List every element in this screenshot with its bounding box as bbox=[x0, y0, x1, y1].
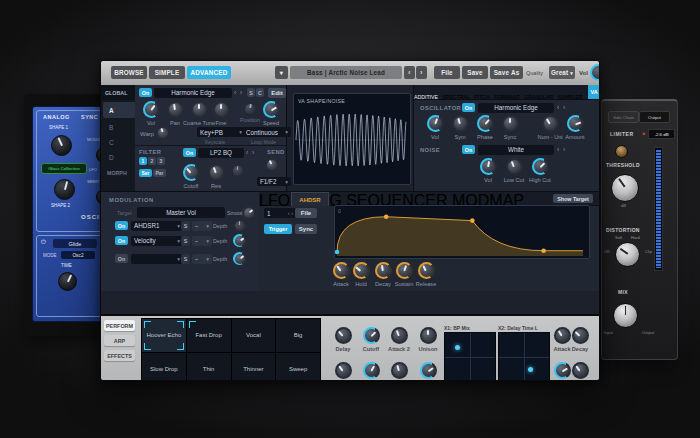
filter-parallel-button[interactable]: Par bbox=[153, 169, 166, 177]
xy2-handle[interactable] bbox=[528, 367, 533, 372]
chevron-right-icon[interactable]: › bbox=[563, 105, 565, 111]
power-icon[interactable]: ⏻ bbox=[41, 239, 46, 246]
mix-knob[interactable] bbox=[613, 303, 638, 328]
mod-row1-scale[interactable]: S bbox=[181, 221, 190, 231]
output-tab[interactable]: Output bbox=[639, 111, 670, 123]
envelope-display[interactable]: 0 bbox=[334, 205, 590, 259]
shape1-knob[interactable] bbox=[51, 135, 72, 156]
filter-type-select[interactable]: LP2 BQ bbox=[198, 148, 244, 158]
filter-slot-2[interactable]: 2 bbox=[148, 157, 156, 165]
mod-row1-depth-knob[interactable] bbox=[233, 219, 246, 232]
chevron-left-icon[interactable]: ‹ bbox=[234, 90, 236, 96]
chevron-right-icon[interactable]: › bbox=[240, 90, 242, 96]
noise-highcut-knob[interactable]: High Cut bbox=[523, 158, 557, 183]
filter-slot-1[interactable]: 1 bbox=[139, 157, 147, 165]
mode-value[interactable]: Osc2 bbox=[61, 251, 95, 259]
tab-ahdsr[interactable]: AHDSR bbox=[291, 192, 329, 206]
copy-button[interactable]: C bbox=[256, 88, 264, 97]
osc-amount-knob[interactable]: Amount bbox=[558, 115, 592, 140]
snapshot-cell[interactable]: Fast Drop bbox=[187, 319, 231, 352]
browse-button[interactable]: BROWSE bbox=[111, 66, 147, 79]
sidechain-tab[interactable]: Side Chain bbox=[608, 111, 639, 123]
macro-noise-knob[interactable]: Noise bbox=[411, 362, 445, 381]
mod-target-select[interactable]: Master Vol bbox=[137, 207, 225, 218]
filter-res-knob[interactable]: Res bbox=[199, 164, 233, 189]
chevron-right-icon[interactable]: › bbox=[252, 150, 254, 156]
mod-row2-on[interactable]: On bbox=[115, 236, 128, 245]
smooth-knob[interactable] bbox=[242, 206, 255, 219]
mod-row2-depth-knob[interactable] bbox=[233, 234, 246, 247]
quality-select[interactable]: Great▾ bbox=[549, 66, 575, 79]
xy-pad-1[interactable] bbox=[444, 332, 496, 381]
xy1-handle[interactable] bbox=[455, 345, 460, 350]
chevron-left-icon[interactable]: ‹ bbox=[288, 210, 290, 216]
advanced-button[interactable]: ADVANCED bbox=[187, 66, 231, 79]
snapshot-cell[interactable]: Sweep bbox=[276, 353, 320, 382]
tab-va[interactable]: VA bbox=[588, 85, 600, 99]
preset-display[interactable]: Bass | Arctic Noise Lead bbox=[290, 66, 402, 79]
noise-on-button[interactable]: On bbox=[462, 145, 475, 154]
threshold-knob[interactable] bbox=[611, 174, 639, 202]
noise-type-select[interactable]: White bbox=[478, 145, 554, 155]
tab-sampler[interactable]: SAMPLER bbox=[558, 94, 583, 100]
chevron-left-icon[interactable]: ‹ bbox=[557, 147, 559, 153]
source-on-button[interactable]: On bbox=[139, 88, 152, 97]
mod-row3-depth-knob[interactable] bbox=[233, 252, 246, 265]
show-target-button[interactable]: Show Target bbox=[553, 194, 593, 203]
env-release-knob[interactable]: Release bbox=[409, 262, 443, 287]
macro-decay-knob[interactable]: Decay bbox=[563, 327, 597, 352]
chevron-left-icon[interactable]: ‹ bbox=[557, 105, 559, 111]
sidebar-item-source-a[interactable]: A bbox=[103, 102, 135, 118]
mod-row1-on[interactable]: On bbox=[115, 221, 128, 230]
prev-preset-button[interactable]: ‹ bbox=[404, 66, 415, 79]
file-button[interactable]: File bbox=[434, 66, 460, 79]
snapshot-cell[interactable]: Thinner bbox=[232, 353, 276, 382]
env-sync-button[interactable]: Sync bbox=[295, 224, 317, 234]
time-knob[interactable] bbox=[58, 272, 77, 291]
tab-spectral[interactable]: SPECTRAL bbox=[442, 94, 469, 100]
mod-row3-via[interactable]: –▾ bbox=[192, 254, 212, 264]
mod-row2-via[interactable]: –▾ bbox=[192, 236, 212, 246]
save-button[interactable]: Save bbox=[462, 66, 488, 79]
send-knob[interactable] bbox=[265, 158, 278, 171]
solo-button[interactable]: S bbox=[247, 88, 255, 97]
sidebar-item-source-d[interactable]: D bbox=[103, 150, 135, 164]
sidebar-item-source-c[interactable]: C bbox=[103, 135, 135, 149]
mod-row2-scale[interactable]: S bbox=[181, 236, 190, 246]
chevron-right-icon[interactable]: › bbox=[291, 210, 293, 216]
loop-mode-select[interactable]: Continuous▾ bbox=[243, 127, 291, 137]
mod-row3-source[interactable]: ▾ bbox=[131, 254, 183, 264]
snapshot-cell[interactable]: Hoover Echo bbox=[142, 319, 186, 352]
save-as-button[interactable]: Save As bbox=[490, 66, 523, 79]
snapshot-cell[interactable]: Vocal bbox=[232, 319, 276, 352]
filter-slot-3[interactable]: 3 bbox=[157, 157, 165, 165]
keyscale-select[interactable]: Key+PB▾ bbox=[197, 127, 245, 137]
mod-row1-via[interactable]: –▾ bbox=[192, 221, 212, 231]
chevron-left-icon[interactable]: ‹ bbox=[246, 150, 248, 156]
filter-drive-knob[interactable] bbox=[231, 164, 244, 177]
xy-pad-2[interactable] bbox=[498, 332, 550, 381]
mod-row2-source[interactable]: Velocity▾ bbox=[131, 236, 183, 246]
env-index-select[interactable]: 1‹ › bbox=[264, 208, 296, 218]
chevron-right-icon[interactable]: › bbox=[563, 147, 565, 153]
env-trigger-button[interactable]: Trigger bbox=[264, 224, 292, 234]
preset-menu-caret[interactable]: ▾ bbox=[275, 66, 288, 79]
limiter-button[interactable] bbox=[615, 145, 628, 158]
snapshot-cell[interactable]: Slow Drop bbox=[142, 353, 186, 382]
mod-row3-on[interactable]: On bbox=[115, 254, 128, 263]
mod-row1-source[interactable]: AHDSR1▾ bbox=[131, 221, 183, 231]
macro-unison-knob[interactable]: Unison bbox=[411, 327, 445, 352]
sidebar-item-morph[interactable]: MORPH bbox=[103, 166, 135, 180]
tab-additive[interactable]: ADDITIVE bbox=[414, 94, 438, 100]
snapshot-cell[interactable]: Thin bbox=[187, 353, 231, 382]
master-volume-knob[interactable] bbox=[590, 64, 600, 81]
source-name-select[interactable]: Harmonic Edge bbox=[154, 88, 232, 98]
simple-button[interactable]: SIMPLE bbox=[149, 66, 185, 79]
sidebar-item-source-b[interactable]: B bbox=[103, 120, 135, 134]
osc-sync-knob[interactable]: Sync bbox=[493, 115, 527, 140]
filter-on-button[interactable]: On bbox=[183, 148, 196, 157]
macro-release-knob[interactable]: Release bbox=[563, 362, 597, 381]
shape2-knob[interactable] bbox=[54, 179, 75, 200]
tab-arp[interactable]: ARP bbox=[104, 335, 135, 346]
tab-perform[interactable]: PERFORM bbox=[104, 320, 135, 331]
